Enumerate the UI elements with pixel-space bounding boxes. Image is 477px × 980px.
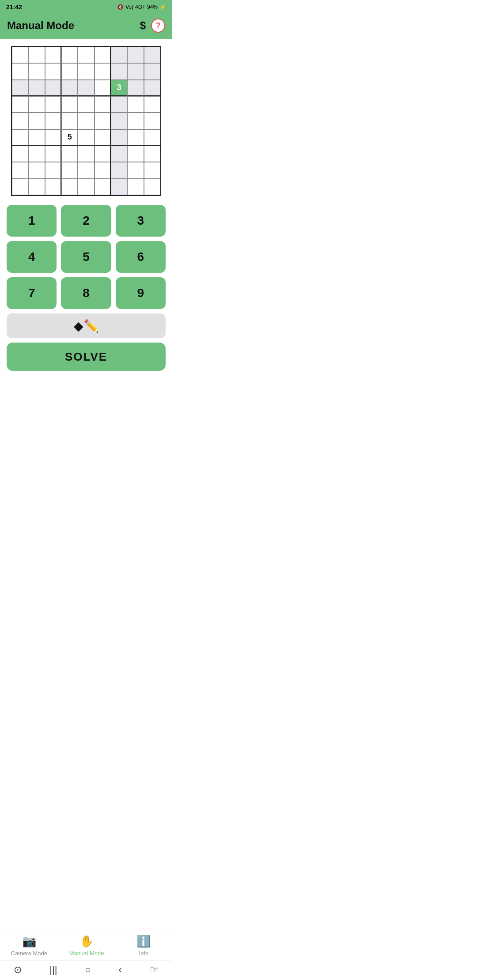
grid-cell[interactable] [111,129,127,146]
grid-cell[interactable] [95,162,111,178]
grid-cell[interactable] [78,129,94,146]
grid-cell[interactable] [111,63,127,79]
num-button-3[interactable]: 3 [116,205,166,237]
grid-cell[interactable] [111,162,127,178]
grid-cell[interactable] [45,113,61,129]
grid-cell[interactable] [28,80,45,96]
num-button-9[interactable]: 9 [116,277,166,309]
grid-cell[interactable] [144,96,160,113]
grid-cell[interactable] [78,63,94,79]
grid-cell[interactable] [61,63,78,79]
grid-cell[interactable] [78,96,94,113]
grid-cell[interactable] [144,63,160,79]
num-button-7[interactable]: 7 [7,277,57,309]
solve-button[interactable]: SOLVE [7,343,166,371]
erase-button[interactable]: ◆✏️ [7,313,166,338]
num-button-1[interactable]: 1 [7,205,57,237]
nav-info[interactable]: ℹ️ Info [126,935,161,957]
grid-cell[interactable] [144,179,160,195]
grid-cell[interactable] [12,63,28,79]
num-button-8[interactable]: 8 [61,277,111,309]
grid-cell[interactable] [12,113,28,129]
grid-cell[interactable] [144,80,160,96]
grid-cell[interactable] [45,63,61,79]
grid-cell[interactable] [144,146,160,162]
grid-cell[interactable] [45,179,61,195]
grid-cell[interactable] [127,179,144,195]
grid-cell[interactable] [127,113,144,129]
grid-cell[interactable] [28,96,45,113]
grid-cell[interactable]: 5 [61,129,78,146]
grid-cell[interactable] [28,179,45,195]
grid-cell[interactable] [12,47,28,63]
grid-cell[interactable] [95,179,111,195]
num-button-4[interactable]: 4 [7,241,57,273]
grid-cell[interactable] [61,96,78,113]
grid-cell[interactable] [45,162,61,178]
nav-manual-mode[interactable]: ✋ Manual Mode [69,935,104,957]
grid-cell[interactable] [12,80,28,96]
grid-cell[interactable] [61,47,78,63]
grid-cell[interactable] [78,113,94,129]
grid-cell[interactable] [111,113,127,129]
num-button-6[interactable]: 6 [116,241,166,273]
grid-cell[interactable] [78,80,94,96]
grid-cell[interactable] [45,96,61,113]
grid-cell[interactable] [61,162,78,178]
grid-cell[interactable] [12,129,28,146]
grid-cell[interactable] [61,146,78,162]
grid-cell[interactable] [111,47,127,63]
grid-cell[interactable] [45,129,61,146]
grid-cell[interactable] [111,96,127,113]
grid-cell[interactable] [61,80,78,96]
grid-cell[interactable] [95,146,111,162]
grid-cell[interactable] [45,80,61,96]
grid-cell[interactable] [28,63,45,79]
dollar-icon[interactable]: $ [140,19,146,32]
grid-cell[interactable] [45,146,61,162]
grid-cell[interactable] [78,47,94,63]
grid-cell[interactable] [144,162,160,178]
grid-cell[interactable] [127,96,144,113]
grid-cell[interactable] [12,146,28,162]
grid-cell[interactable] [28,162,45,178]
back-button[interactable]: ‹ [118,964,121,976]
grid-cell[interactable] [111,146,127,162]
grid-cell[interactable] [144,113,160,129]
grid-cell[interactable] [61,179,78,195]
grid-cell[interactable] [144,47,160,63]
home-button[interactable]: ○ [85,964,91,976]
grid-cell[interactable] [127,162,144,178]
num-button-5[interactable]: 5 [61,241,111,273]
grid-cell[interactable] [144,129,160,146]
grid-cell[interactable] [61,113,78,129]
grid-cell[interactable] [111,179,127,195]
grid-cell[interactable] [95,80,111,96]
grid-cell[interactable] [28,47,45,63]
grid-cell[interactable] [12,162,28,178]
grid-cell[interactable] [95,129,111,146]
num-button-2[interactable]: 2 [61,205,111,237]
grid-cell[interactable] [28,146,45,162]
grid-cell[interactable] [12,96,28,113]
grid-cell[interactable] [95,113,111,129]
grid-cell[interactable] [127,80,144,96]
grid-cell[interactable] [127,47,144,63]
grid-cell[interactable] [78,162,94,178]
apps-button[interactable]: ⊙ [14,964,22,976]
nav-camera-mode[interactable]: 📷 Camera Mode [11,935,47,957]
grid-cell[interactable] [95,63,111,79]
assistant-button[interactable]: ☞ [150,964,159,976]
grid-cell[interactable] [12,179,28,195]
grid-cell[interactable] [78,146,94,162]
grid-cell[interactable] [95,96,111,113]
help-button[interactable]: ? [151,19,165,33]
grid-cell[interactable] [28,129,45,146]
grid-cell[interactable] [127,129,144,146]
recents-button[interactable]: ||| [49,964,57,976]
grid-cell[interactable]: 3 [111,80,127,96]
grid-cell[interactable] [127,63,144,79]
grid-cell[interactable] [45,47,61,63]
grid-cell[interactable] [95,47,111,63]
grid-cell[interactable] [127,146,144,162]
